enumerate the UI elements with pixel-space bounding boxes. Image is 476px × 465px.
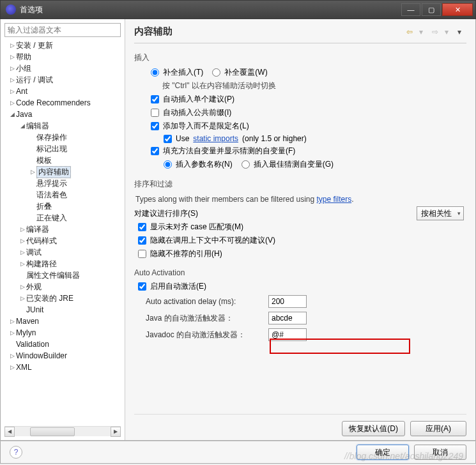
expand-icon[interactable]: ▷ (8, 77, 16, 83)
hide-invisible-checkbox[interactable] (138, 236, 146, 245)
tree-item[interactable]: ▷外观 (4, 281, 121, 293)
delay-input[interactable] (268, 295, 307, 308)
expand-icon[interactable]: ▷ (19, 295, 26, 301)
tree-item[interactable]: ▷安装 / 更新 (4, 40, 121, 51)
expand-icon[interactable]: ▷ (8, 100, 16, 106)
fill-args-checkbox[interactable] (151, 147, 159, 155)
tree-item[interactable]: ▷Maven (4, 316, 121, 327)
javadoc-trigger-input[interactable] (268, 328, 307, 341)
expand-icon[interactable]: ▷ (19, 238, 26, 244)
tree-item[interactable]: ▷运行 / 调试 (4, 74, 121, 86)
tree-item[interactable]: ◢Java (4, 109, 121, 120)
tree-item-label: 代码样式 (26, 236, 57, 247)
expand-icon[interactable]: ▷ (8, 353, 16, 359)
tree-item[interactable]: ▷Mylyn (4, 327, 121, 339)
scroll-thumb[interactable] (30, 427, 75, 436)
tree-item[interactable]: ▷JUnit (4, 304, 121, 316)
static-imports-link[interactable]: static imports (193, 134, 238, 143)
expand-icon[interactable]: ▷ (29, 169, 36, 175)
auto-insert-prefix-label: 自动插入公共前缀(I) (163, 107, 231, 118)
completion-insert-label: 补全插入(T) (163, 67, 203, 78)
apply-button[interactable]: 应用(A) (410, 421, 466, 436)
typefilter-link[interactable]: type filters (316, 195, 351, 204)
expand-icon[interactable]: ◢ (19, 123, 26, 129)
tree-item[interactable]: ▷标记出现 (4, 143, 121, 155)
java-trigger-input[interactable] (268, 312, 307, 324)
tree-item[interactable]: ▷小组 (4, 63, 121, 74)
expand-icon[interactable]: ▷ (19, 226, 26, 232)
restore-defaults-button[interactable]: 恢复默认值(D) (342, 421, 405, 436)
expand-icon[interactable]: ▷ (19, 261, 26, 267)
tree-item[interactable]: ▷编译器 (4, 224, 121, 235)
tree-item[interactable]: ▷Validation (4, 339, 121, 350)
expand-icon[interactable]: ◢ (8, 111, 16, 118)
tree-item[interactable]: ▷XML (4, 362, 121, 373)
hide-deprecated-checkbox[interactable] (138, 250, 146, 258)
completion-insert-radio[interactable] (151, 68, 159, 77)
expand-icon[interactable]: ▷ (19, 249, 26, 255)
forward-menu-icon[interactable]: ▾ (445, 27, 454, 36)
tree-item[interactable]: ▷构建路径 (4, 258, 121, 270)
tree-item[interactable]: ▷属性文件编辑器 (4, 270, 121, 281)
tree-hscroll[interactable]: ◀ ▶ (4, 426, 121, 436)
auto-insert-prefix-checkbox[interactable] (151, 109, 159, 117)
scroll-left-button[interactable]: ◀ (4, 427, 15, 437)
dialog-footer: ? 确定 取消 (0, 441, 476, 464)
expand-icon[interactable]: ▷ (8, 65, 16, 72)
insert-best-guess-radio[interactable] (242, 160, 250, 169)
expand-icon[interactable]: ▷ (19, 284, 26, 290)
sort-group-title: 排序和过滤 (134, 179, 466, 190)
hide-deprecated-label: 隐藏不推荐的引用(H) (150, 248, 222, 259)
preference-tree[interactable]: ▷安装 / 更新▷帮助▷小组▷运行 / 调试▷Ant▷Code Recommen… (4, 37, 121, 426)
tree-item[interactable]: ▷内容辅助 (4, 166, 121, 178)
tree-item[interactable]: ▷已安装的 JRE (4, 293, 121, 304)
expand-icon[interactable]: ▷ (8, 318, 16, 324)
typefilter-post: . (351, 195, 353, 204)
static-imports-checkbox[interactable] (164, 135, 172, 143)
expand-icon[interactable]: ▷ (8, 364, 16, 370)
help-icon[interactable]: ? (10, 446, 22, 459)
cancel-button[interactable]: 取消 (414, 445, 466, 460)
close-button[interactable]: ✕ (442, 3, 473, 16)
expand-icon[interactable]: ▷ (8, 330, 16, 336)
insert-param-names-radio[interactable] (164, 160, 172, 169)
tree-item[interactable]: ▷正在键入 (4, 212, 121, 224)
tree-item[interactable]: ▷模板 (4, 155, 121, 166)
expand-icon[interactable]: ▷ (8, 42, 16, 49)
add-import-checkbox[interactable] (151, 122, 159, 130)
tree-item[interactable]: ▷语法着色 (4, 189, 121, 201)
sort-combo[interactable]: 按相关性 (417, 206, 464, 220)
expand-icon[interactable]: ▷ (8, 88, 16, 95)
back-menu-icon[interactable]: ▾ (419, 27, 428, 36)
ok-button[interactable]: 确定 (357, 445, 409, 460)
hide-invisible-label: 隐藏在调用上下文中不可视的建议(V) (150, 235, 275, 246)
tree-item[interactable]: ▷折叠 (4, 201, 121, 212)
forward-icon[interactable]: ⇨ (432, 27, 441, 36)
tree-item-label: 小组 (16, 63, 31, 74)
maximize-button[interactable]: ▢ (422, 3, 441, 16)
auto-insert-single-checkbox[interactable] (151, 95, 159, 103)
filter-input[interactable] (4, 23, 121, 37)
tree-item[interactable]: ▷Ant (4, 86, 121, 97)
expand-icon[interactable]: ▷ (8, 54, 16, 60)
tree-item[interactable]: ▷WindowBuilder (4, 350, 121, 362)
titlebar: 首选项 — ▢ ✕ (0, 0, 476, 19)
tree-item[interactable]: ◢编辑器 (4, 120, 121, 132)
tree-item[interactable]: ▷Code Recommenders (4, 97, 121, 109)
tree-item-label: JUnit (26, 305, 43, 314)
enable-auto-checkbox[interactable] (138, 282, 146, 291)
tree-item[interactable]: ▷保存操作 (4, 132, 121, 143)
completion-overwrite-radio[interactable] (212, 68, 220, 77)
view-menu-icon[interactable]: ▾ (457, 27, 466, 36)
back-icon[interactable]: ⇦ (406, 27, 415, 36)
show-camel-checkbox[interactable] (138, 223, 146, 231)
tree-item-label: 外观 (26, 282, 42, 293)
minimize-button[interactable]: — (401, 3, 420, 16)
content-pane: 内容辅助 ⇦ ▾ ⇨ ▾ ▾ 插入 补全插入(T) 补全覆盖(W) 按 "Ctr… (125, 19, 475, 440)
scroll-right-button[interactable]: ▶ (111, 427, 121, 437)
tree-item[interactable]: ▷代码样式 (4, 235, 121, 247)
javadoc-trigger-label: Javadoc 的自动激活触发器： (134, 330, 268, 340)
tree-item[interactable]: ▷调试 (4, 247, 121, 258)
tree-item[interactable]: ▷帮助 (4, 51, 121, 63)
tree-item[interactable]: ▷悬浮提示 (4, 178, 121, 189)
